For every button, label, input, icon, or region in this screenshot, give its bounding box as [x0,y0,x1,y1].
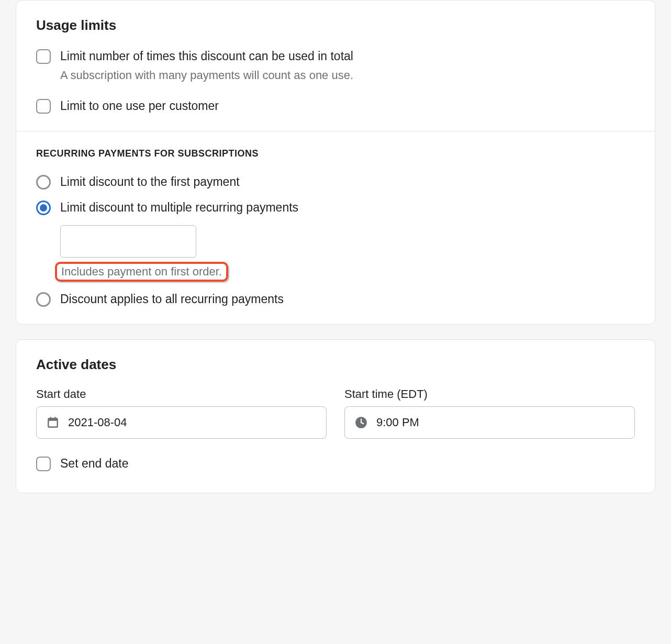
checkbox-label-limit-per-customer: Limit to one use per customer [60,98,635,114]
checkbox-row-limit-per-customer: Limit to one use per customer [36,98,635,114]
checkbox-row-limit-total: Limit number of times this discount can … [36,48,635,83]
start-time-field: Start time (EDT) [344,387,635,439]
usage-limits-card: Usage limits Limit number of times this … [16,0,655,325]
start-date-label: Start date [36,387,327,401]
radio-row-all-recurring: Discount applies to all recurring paymen… [36,291,635,307]
checkbox-label-set-end-date: Set end date [60,456,635,472]
radio-multiple-recurring[interactable] [36,201,51,215]
radio-row-multiple-recurring: Limit discount to multiple recurring pay… [36,199,635,216]
radio-label-multiple-recurring: Limit discount to multiple recurring pay… [60,199,635,216]
start-time-label: Start time (EDT) [344,387,635,401]
radio-label-all-recurring: Discount applies to all recurring paymen… [60,291,635,307]
usage-limits-section: Usage limits Limit number of times this … [16,1,655,131]
start-date-input-wrap[interactable] [36,406,327,439]
checkbox-row-set-end-date: Set end date [36,456,635,472]
calendar-icon [46,416,60,429]
checkbox-text-limit-total: Limit number of times this discount can … [60,48,635,83]
checkbox-sub-limit-total: A subscription with many payments will c… [60,68,635,83]
recurring-radio-group: Limit discount to the first payment Limi… [36,174,635,308]
radio-label-first-payment: Limit discount to the first payment [60,174,635,190]
start-date-field: Start date [36,387,327,439]
radio-all-recurring[interactable] [36,292,51,307]
date-time-row: Start date Start time (EDT) [36,387,635,439]
radio-row-first-payment: Limit discount to the first payment [36,174,635,190]
recurring-heading: RECURRING PAYMENTS FOR SUBSCRIPTIONS [36,148,635,159]
checkbox-text-limit-per-customer: Limit to one use per customer [60,98,635,114]
checkbox-label-limit-total: Limit number of times this discount can … [60,48,635,64]
multiple-recurring-indent: Includes payment on first order. [60,225,635,282]
start-time-input-wrap[interactable] [344,406,635,439]
active-dates-section: Active dates Start date Sta [16,340,655,493]
checkbox-set-end-date[interactable] [36,457,51,471]
usage-limits-title: Usage limits [36,17,635,34]
recurring-section: RECURRING PAYMENTS FOR SUBSCRIPTIONS Lim… [16,131,655,325]
radio-first-payment[interactable] [36,175,51,190]
multiple-recurring-input[interactable] [60,225,196,258]
checkbox-limit-per-customer[interactable] [36,99,51,114]
helper-highlight: Includes payment on first order. [55,262,228,282]
checkbox-limit-total[interactable] [36,49,51,64]
clock-icon [354,416,368,429]
svg-rect-0 [49,420,57,427]
active-dates-card: Active dates Start date Sta [16,339,655,493]
start-date-input[interactable] [68,416,317,429]
helper-text: Includes payment on first order. [61,265,222,278]
start-time-input[interactable] [376,416,625,429]
active-dates-title: Active dates [36,357,635,373]
